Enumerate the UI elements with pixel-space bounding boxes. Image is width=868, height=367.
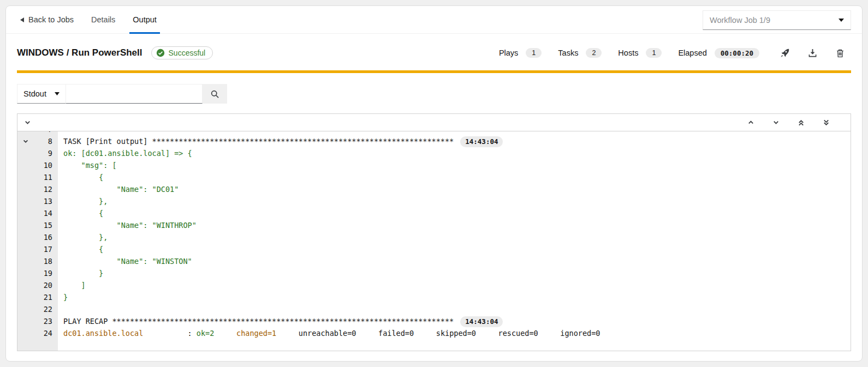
- stat-value-badge: 1: [526, 48, 542, 58]
- stat-label: Hosts: [618, 49, 638, 57]
- line-content: [58, 303, 63, 315]
- line-gutter: 9: [17, 147, 58, 159]
- back-to-jobs-link[interactable]: Back to Jobs: [11, 6, 82, 33]
- stat-value-badge: 1: [646, 48, 662, 58]
- log-segment: {: [63, 173, 103, 182]
- stdout-panel: 78TASK [Print output] ******************…: [17, 113, 851, 351]
- log-line: 20 ]: [17, 279, 851, 291]
- previous-match-button[interactable]: [747, 119, 754, 126]
- line-gutter: 10: [17, 159, 58, 171]
- line-content: dc01.ansible.local : ok=2 changed=1 unre…: [58, 327, 601, 339]
- stat-label: Plays: [499, 49, 518, 57]
- log-line: 18 "Name": "WINSTON": [17, 255, 851, 267]
- log-segment: TASK [Print output] ********************…: [63, 137, 454, 146]
- log-segment: :: [143, 329, 197, 338]
- line-content: {: [58, 171, 103, 183]
- output-type-value: Stdout: [23, 89, 46, 98]
- stdout-toolbar: [17, 114, 851, 131]
- rocket-icon: [780, 49, 789, 58]
- stat-label: Tasks: [558, 49, 578, 57]
- search-input[interactable]: [66, 84, 203, 104]
- log-segment: },: [63, 197, 108, 206]
- log-line: 15 "Name": "WINTHROP": [17, 219, 851, 231]
- line-number: 23: [44, 315, 52, 327]
- expand-task-chevron-icon[interactable]: [22, 138, 29, 145]
- collapse-all-button[interactable]: [24, 119, 31, 126]
- line-gutter: 14: [17, 207, 58, 219]
- line-number: 24: [44, 327, 52, 339]
- stat-label: Elapsed: [678, 49, 706, 57]
- log-line: 7: [17, 131, 851, 135]
- line-gutter: 12: [17, 183, 58, 195]
- line-gutter: 21: [17, 291, 58, 303]
- job-status-bar: [17, 70, 851, 73]
- line-gutter: 20: [17, 279, 58, 291]
- chevron-up-icon: [747, 119, 754, 126]
- scroll-to-top-button[interactable]: [798, 119, 805, 127]
- job-header: WINDOWS / Run PowerShell Successful Play…: [17, 43, 851, 63]
- stat-value-badge: 2: [586, 48, 602, 58]
- line-content: "Name": "WINTHROP": [58, 219, 197, 231]
- line-number: 20: [44, 279, 52, 291]
- line-gutter: 18: [17, 255, 58, 267]
- back-arrow-icon: [20, 17, 24, 22]
- line-content: PLAY RECAP *****************************…: [58, 315, 503, 327]
- tab-details[interactable]: Details: [82, 6, 124, 33]
- workflow-job-select[interactable]: Workflow Job 1/9: [703, 10, 851, 30]
- log-line: 16 },: [17, 231, 851, 243]
- check-circle-icon: [156, 49, 165, 57]
- trash-icon: [836, 49, 845, 58]
- relaunch-rocket-button[interactable]: [779, 47, 790, 59]
- log-line: 17 {: [17, 243, 851, 255]
- log-segment: },: [63, 233, 108, 242]
- log-segment: "msg": [: [63, 161, 117, 170]
- log-line: 23PLAY RECAP ***************************…: [17, 315, 851, 327]
- job-stat: Plays1: [499, 48, 542, 58]
- log-segment: {: [63, 245, 103, 254]
- back-to-jobs-label: Back to Jobs: [28, 15, 74, 24]
- log-segment: }: [63, 293, 68, 302]
- line-gutter: 22: [17, 303, 58, 315]
- log-segment: changed=1: [236, 329, 276, 338]
- line-gutter: 13: [17, 195, 58, 207]
- line-content: },: [58, 195, 108, 207]
- delete-job-button[interactable]: [835, 47, 846, 59]
- log-segment: ok: [dc01.ansible.local] => {: [63, 149, 192, 158]
- line-number: 15: [44, 219, 52, 231]
- log-line: 14 {: [17, 207, 851, 219]
- download-output-button[interactable]: [807, 47, 818, 59]
- line-content: "Name": "DC01": [58, 183, 179, 195]
- line-gutter: 19: [17, 267, 58, 279]
- log-segment: ]: [63, 281, 86, 290]
- log-segment: unreachable=0 failed=0 skipped=0 rescued…: [276, 329, 600, 338]
- line-gutter: 17: [17, 243, 58, 255]
- search-button[interactable]: [203, 84, 227, 104]
- output-type-select[interactable]: Stdout: [17, 84, 66, 104]
- log-segment: PLAY RECAP *****************************…: [63, 317, 454, 326]
- search-icon: [210, 89, 219, 99]
- tab-output[interactable]: Output: [124, 6, 165, 33]
- line-number: 17: [44, 243, 52, 255]
- next-match-button[interactable]: [772, 119, 780, 126]
- caret-down-icon: [839, 19, 844, 22]
- log-line: 24dc01.ansible.local : ok=2 changed=1 un…: [17, 327, 851, 339]
- line-content: [58, 131, 63, 135]
- scroll-to-bottom-button[interactable]: [823, 119, 830, 127]
- log-line: 21}: [17, 291, 851, 303]
- line-content: {: [58, 207, 103, 219]
- line-number: 14: [44, 207, 52, 219]
- line-number: 10: [44, 159, 52, 171]
- double-chevron-down-icon: [823, 119, 830, 127]
- line-number: 9: [48, 147, 52, 159]
- line-number: 16: [44, 231, 52, 243]
- job-stat: Elapsed00:00:20: [678, 48, 759, 58]
- timestamp-chip: 14:43:04: [460, 136, 503, 147]
- chevron-down-icon: [24, 119, 31, 126]
- log-line: 10 "msg": [: [17, 159, 851, 171]
- log-segment: {: [63, 209, 103, 218]
- page-title: WINDOWS / Run PowerShell: [17, 47, 142, 58]
- log-segment: dc01.ansible.local: [63, 329, 143, 338]
- line-gutter: [17, 339, 58, 351]
- line-gutter: 16: [17, 231, 58, 243]
- download-icon: [808, 49, 817, 58]
